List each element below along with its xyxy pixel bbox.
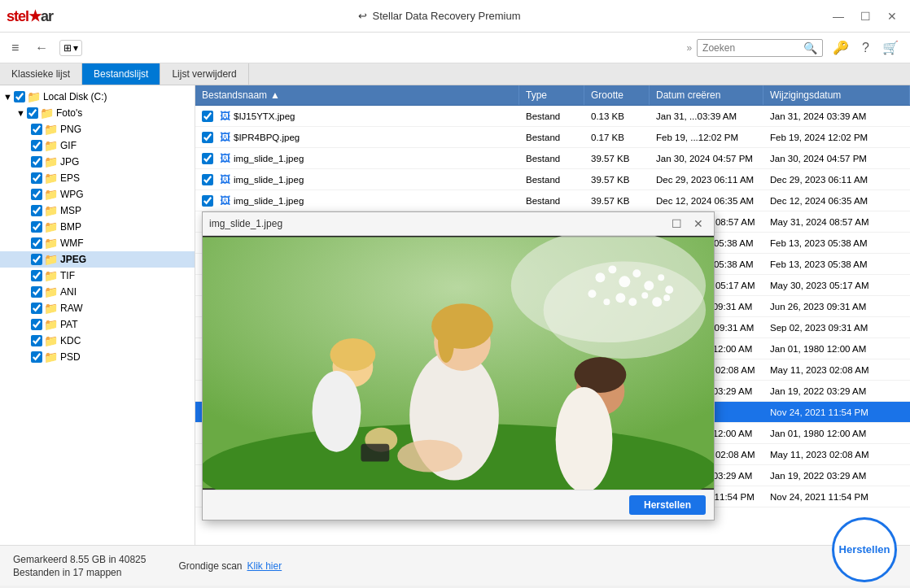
row-checkbox[interactable] <box>202 153 213 164</box>
file-type-cell: Bestand <box>519 194 584 208</box>
back-arrow-icon: ↩ <box>358 10 367 22</box>
search-icon[interactable]: 🔍 <box>803 41 817 54</box>
table-row[interactable]: 🖼 img_slide_1.jpegBestand39.57 KBJan 30,… <box>195 148 910 169</box>
msp-checkbox[interactable] <box>31 205 42 216</box>
table-row[interactable]: 🖼 $IPR4BPQ.jpegBestand0.17 KBFeb 19, ...… <box>195 127 910 148</box>
key-icon[interactable]: 🔑 <box>828 37 854 58</box>
maximize-button[interactable]: ☐ <box>854 7 877 26</box>
col-header-created[interactable]: Datum creëren <box>650 85 763 105</box>
col-header-type[interactable]: Type <box>519 85 584 105</box>
search-input[interactable] <box>702 42 800 54</box>
table-row[interactable]: 🖼 img_slide_1.jpegBestand39.57 KBDec 12,… <box>195 190 910 211</box>
preview-image <box>203 236 714 490</box>
title-bar-right: — ☐ ✕ <box>826 7 903 26</box>
file-name: img_slide_1.jpeg <box>234 196 304 206</box>
file-name: img_slide_1.jpeg <box>234 175 304 185</box>
file-modified-cell: May 11, 2023 02:08 AM <box>763 363 910 377</box>
main-layout: ▼ 📁 Local Disk (C:) ▼ 📁 Foto's 📁 PNG 📁 G… <box>0 85 910 545</box>
sidebar-item-raw[interactable]: 📁 RAW <box>0 300 195 316</box>
svg-point-7 <box>644 281 654 290</box>
col-header-name[interactable]: Bestandsnaam ▲ <box>195 85 519 105</box>
minimize-button[interactable]: — <box>826 7 851 26</box>
preview-close-button[interactable]: ✕ <box>689 216 707 232</box>
sidebar-item-bmp[interactable]: 📁 BMP <box>0 219 195 235</box>
preview-maximize-button[interactable]: ☐ <box>667 216 686 232</box>
raw-checkbox[interactable] <box>31 303 42 314</box>
sidebar-item-wmf[interactable]: 📁 WMF <box>0 235 195 251</box>
tab-verwijderd[interactable]: Lijst verwijderd <box>160 63 248 85</box>
gif-label: GIF <box>60 140 77 151</box>
help-icon[interactable]: ? <box>857 38 874 58</box>
pat-label: PAT <box>60 319 78 330</box>
klik-hier-link[interactable]: Klik hier <box>247 560 282 572</box>
sidebar-item-pat[interactable]: 📁 PAT <box>0 316 195 333</box>
sidebar-item-jpg[interactable]: 📁 JPG <box>0 154 195 170</box>
tab-bestands[interactable]: Bestandslijst <box>82 63 160 85</box>
table-row[interactable]: 🖼 $IJ15YTX.jpegBestand0.13 KBJan 31, ...… <box>195 106 910 127</box>
logo-rest: ar <box>41 8 53 24</box>
file-modified-cell: Dec 29, 2023 06:11 AM <box>763 172 910 187</box>
sidebar-item-eps[interactable]: 📁 EPS <box>0 170 195 186</box>
file-size-cell: 39.57 KB <box>584 172 650 187</box>
psd-label: PSD <box>60 351 81 363</box>
fotos-checkbox[interactable] <box>27 107 38 119</box>
row-checkbox[interactable] <box>202 111 213 122</box>
jpeg-checkbox[interactable] <box>31 254 42 265</box>
localdisk-checkbox[interactable] <box>14 91 25 102</box>
col-header-size[interactable]: Grootte <box>584 85 650 105</box>
eps-checkbox[interactable] <box>31 172 42 184</box>
sidebar-item-msp[interactable]: 📁 MSP <box>0 203 195 219</box>
file-modified-cell: Feb 19, 2024 12:02 PM <box>763 130 910 145</box>
sidebar-item-kdc[interactable]: 📁 KDC <box>0 333 195 349</box>
cart-icon[interactable]: 🛒 <box>877 37 903 58</box>
sidebar-item-ani[interactable]: 📁 ANI <box>0 284 195 300</box>
sidebar-item-fotos[interactable]: ▼ 📁 Foto's <box>0 105 195 121</box>
col-header-modified[interactable]: Wijzigingsdatum <box>763 85 910 105</box>
preview-restore-button[interactable]: Herstellen <box>629 495 706 515</box>
bmp-label: BMP <box>60 221 81 233</box>
jpg-checkbox[interactable] <box>31 156 42 168</box>
sidebar-item-wpg[interactable]: 📁 WPG <box>0 186 195 203</box>
pat-checkbox[interactable] <box>31 319 42 330</box>
tab-klassieke[interactable]: Klassieke lijst <box>0 63 82 85</box>
file-name: $IPR4BPQ.jpeg <box>234 133 300 142</box>
gif-checkbox[interactable] <box>31 140 42 151</box>
sidebar-item-localdisk[interactable]: ▼ 📁 Local Disk (C:) <box>0 89 195 105</box>
jpeg-folder-icon: 📁 <box>44 253 58 266</box>
sidebar-item-png[interactable]: 📁 PNG <box>0 121 195 137</box>
preview-title: img_slide_1.jpeg <box>209 218 282 229</box>
row-checkbox[interactable] <box>202 174 213 185</box>
png-checkbox[interactable] <box>31 124 42 135</box>
preview-image-area <box>203 236 714 490</box>
row-checkbox[interactable] <box>202 195 213 207</box>
sidebar-item-psd[interactable]: 📁 PSD <box>0 349 195 365</box>
menu-button[interactable]: ≡ <box>7 37 24 59</box>
psd-folder-icon: 📁 <box>44 351 58 364</box>
col-created-label: Datum creëren <box>656 89 720 101</box>
close-button[interactable]: ✕ <box>881 7 903 26</box>
row-checkbox[interactable] <box>202 132 213 143</box>
col-type-label: Type <box>526 89 547 101</box>
file-modified-cell: Jan 30, 2024 04:57 PM <box>763 151 910 166</box>
psd-checkbox[interactable] <box>31 351 42 363</box>
file-modified-cell: Nov 24, 2021 11:54 PM <box>763 490 910 504</box>
file-type-cell: Bestand <box>519 109 584 124</box>
kdc-checkbox[interactable] <box>31 335 42 346</box>
file-icon: 🖼 <box>220 110 230 122</box>
file-name-cell: 🖼 img_slide_1.jpeg <box>195 171 519 188</box>
back-button[interactable]: ← <box>30 37 53 59</box>
view-selector[interactable]: ⊞ ▾ <box>59 40 82 56</box>
tif-checkbox[interactable] <box>31 270 42 281</box>
sidebar-item-jpeg[interactable]: 📁 JPEG <box>0 251 195 268</box>
restore-main-button[interactable]: Herstellen <box>832 517 897 582</box>
fotos-folder-icon: 📁 <box>40 107 54 120</box>
jpeg-label: JPEG <box>60 254 86 265</box>
pat-folder-icon: 📁 <box>44 318 58 331</box>
sidebar-item-tif[interactable]: 📁 TIF <box>0 268 195 284</box>
wmf-checkbox[interactable] <box>31 237 42 249</box>
wpg-checkbox[interactable] <box>31 189 42 200</box>
sidebar-item-gif[interactable]: 📁 GIF <box>0 137 195 154</box>
bmp-checkbox[interactable] <box>31 221 42 233</box>
ani-checkbox[interactable] <box>31 286 42 298</box>
table-row[interactable]: 🖼 img_slide_1.jpegBestand39.57 KBDec 29,… <box>195 169 910 190</box>
